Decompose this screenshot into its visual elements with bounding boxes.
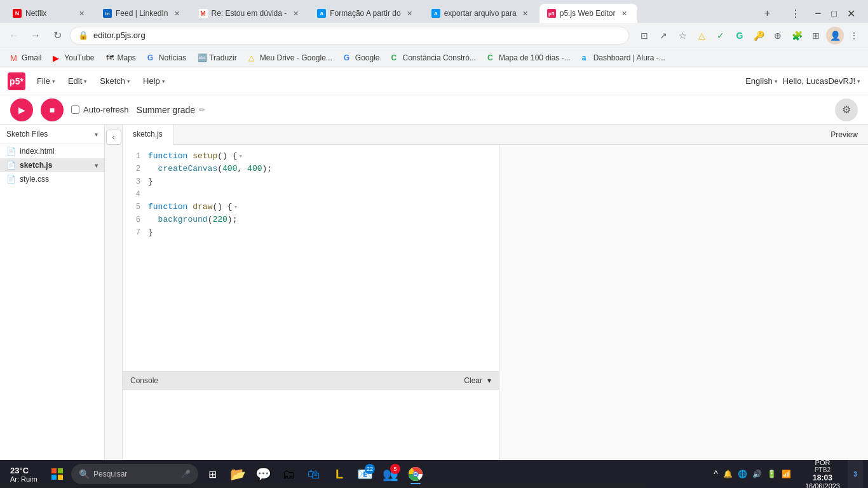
bookmark-google[interactable]: G Google [339, 51, 385, 65]
p5-logo: p5* [8, 72, 25, 90]
systray-network[interactable]: 🌐 [736, 468, 749, 480]
file-tab-sketch[interactable]: sketch.js [123, 125, 173, 145]
sidebar-file-index[interactable]: 📄 index.html [0, 144, 104, 158]
tab-close-alura2[interactable]: ✕ [520, 8, 531, 18]
grammarly-icon[interactable]: G [731, 27, 749, 44]
taskbar-clock[interactable]: POR PTB2 18:03 16/06/2023 [800, 459, 845, 489]
forward-button[interactable]: → [27, 27, 44, 44]
taskbar-app-mail[interactable]: 📧 22 [353, 463, 376, 485]
code-editor[interactable]: 1 function setup() {▾ 2 createCanvas(400… [123, 145, 499, 371]
taskbar-app-social[interactable]: 👥 5 [379, 463, 402, 485]
maximize-button[interactable]: □ [829, 8, 839, 18]
systray-chevron[interactable]: ^ [712, 468, 719, 480]
taskbar-app-store[interactable]: 🛍 [302, 463, 325, 485]
start-button[interactable] [46, 463, 69, 485]
auto-refresh-checkbox[interactable] [71, 105, 79, 114]
bookmark-star-icon[interactable]: ☆ [674, 27, 691, 44]
tab-favicon-alura2: a [431, 9, 440, 18]
notification-panel-button[interactable]: 3 [848, 460, 863, 488]
systray-volume[interactable]: 🔊 [751, 468, 763, 480]
sidebar-file-css[interactable]: 📄 style.css [0, 172, 104, 186]
task-view-button[interactable]: ⊞ [201, 463, 224, 485]
sidebar-file-sketch[interactable]: 📄 sketch.js ▾ [0, 158, 104, 172]
tab-title-alura1: Formação A partir do [330, 9, 400, 18]
menu-file[interactable]: File ▾ [31, 74, 62, 88]
share-button[interactable]: ↗ [654, 27, 672, 44]
console-chevron-button[interactable]: ▾ [487, 376, 491, 385]
taskbar-app-chrome[interactable] [404, 463, 427, 485]
stop-button[interactable]: ■ [41, 98, 64, 121]
tab-p5js[interactable]: p5 p5.js Web Editor ✕ [539, 4, 637, 23]
play-button[interactable]: ▶ [10, 98, 33, 121]
bookmark-constancia[interactable]: C Constância Constró... [386, 51, 481, 65]
edit-sketch-name-icon[interactable]: ✏ [199, 105, 205, 114]
clear-console-button[interactable]: Clear [461, 375, 485, 386]
sidebar-title: Sketch Files [6, 130, 48, 139]
refresh-button[interactable]: ↻ [48, 27, 66, 44]
puzzle-icon[interactable]: 🧩 [788, 27, 806, 44]
taskbar-app-launcher[interactable]: L [328, 463, 351, 485]
sidebar-toggle-icon[interactable]: ▾ [95, 131, 98, 138]
google-docs-icon[interactable]: ✓ [712, 27, 729, 44]
bookmark-youtube[interactable]: ▶ YouTube [48, 51, 99, 65]
tab-close-linkedin[interactable]: ✕ [172, 8, 182, 18]
bookmark-label-constancia: Constância Constró... [403, 53, 476, 62]
screen-share-icon[interactable]: ⊡ [635, 27, 653, 44]
systray-battery[interactable]: 🔋 [766, 468, 778, 480]
tab-close-alura1[interactable]: ✕ [405, 8, 415, 18]
tab-linkedin[interactable]: in Feed | LinkedIn ✕ [95, 4, 190, 23]
taskbar-app-teams[interactable]: 💬 [252, 463, 275, 485]
close-button[interactable]: ✕ [844, 8, 858, 20]
bookmark-dashboard[interactable]: a Dashboard | Alura -... [577, 51, 670, 65]
back-button[interactable]: ← [5, 27, 23, 44]
tab-alura1[interactable]: a Formação A partir do ✕ [309, 4, 422, 23]
menu-help[interactable]: Help ▾ [137, 74, 172, 88]
tab-gmail[interactable]: M Re: Estou em dúvida - ✕ [191, 4, 309, 23]
line-content-7: } [148, 226, 499, 239]
google-drive-icon[interactable]: △ [693, 27, 710, 44]
tab-close-p5js[interactable]: ✕ [620, 8, 630, 18]
bookmark-noticias[interactable]: G Notícias [142, 51, 191, 65]
account-icon[interactable]: 👤 [826, 27, 844, 44]
taskbar-app-files[interactable]: 🗂 [277, 463, 300, 485]
tab-close-gmail[interactable]: ✕ [290, 8, 301, 18]
tab-close-netflix[interactable]: ✕ [76, 8, 86, 18]
menu-edit[interactable]: Edit ▾ [62, 74, 93, 88]
bookmark-drive[interactable]: △ Meu Drive - Google... [243, 51, 337, 65]
tab-list-button[interactable]: ⋮ [788, 8, 803, 20]
line-content-6: background(220); [148, 214, 499, 226]
sidebar-icon[interactable]: ⊞ [807, 27, 825, 44]
new-tab-button[interactable]: + [762, 8, 773, 19]
store-icon: 🛍 [308, 467, 320, 482]
svg-point-8 [414, 473, 417, 475]
sidebar-file-name-css: style.css [20, 175, 49, 184]
settings-button[interactable]: ⚙ [835, 98, 858, 121]
collapse-sidebar-button[interactable]: ‹ [106, 130, 121, 145]
console-label: Console [130, 376, 158, 385]
tab-title-alura2: exportar arquivo para [444, 9, 517, 18]
systray-wifi[interactable]: 📶 [780, 468, 792, 480]
language-selector[interactable]: English ▾ [745, 76, 778, 86]
clock-date: 16/06/2023 [805, 482, 840, 489]
systray-notification[interactable]: 🔔 [722, 468, 734, 480]
auto-refresh-label[interactable]: Auto-refresh [71, 105, 129, 114]
menu-sketch[interactable]: Sketch ▾ [93, 74, 137, 88]
code-line-5: 5 function draw() {▾ [123, 201, 499, 214]
bookmark-maps[interactable]: 🗺 Maps [101, 51, 141, 65]
taskbar: 23°C Ar: Ruim 🔍 Pesquisar 🎤 ⊞ 📂 💬 [0, 460, 868, 488]
bookmark-gmail[interactable]: M Gmail [5, 51, 46, 65]
profile-icon[interactable]: ⊕ [769, 27, 787, 44]
menu-button[interactable]: ⋮ [845, 27, 863, 44]
lastpass-icon[interactable]: 🔑 [750, 27, 768, 44]
taskbar-app-explorer[interactable]: 📂 [226, 463, 249, 485]
tab-netflix[interactable]: N Netflix ✕ [5, 4, 94, 23]
tab-alura2[interactable]: a exportar arquivo para ✕ [424, 4, 538, 23]
line-number-1: 1 [123, 150, 148, 163]
bookmark-mapa100[interactable]: C Mapa de 100 dias -... [482, 51, 576, 65]
user-menu[interactable]: Hello, LucasDevRJ! ▾ [783, 76, 860, 86]
bookmark-traduzir[interactable]: 🔤 Traduzir [193, 51, 242, 65]
taskbar-search[interactable]: 🔍 Pesquisar 🎤 [71, 464, 198, 484]
minimize-button[interactable]: − [812, 7, 824, 20]
svg-rect-3 [58, 475, 63, 480]
address-bar[interactable]: 🔒 editor.p5js.org [70, 27, 629, 44]
